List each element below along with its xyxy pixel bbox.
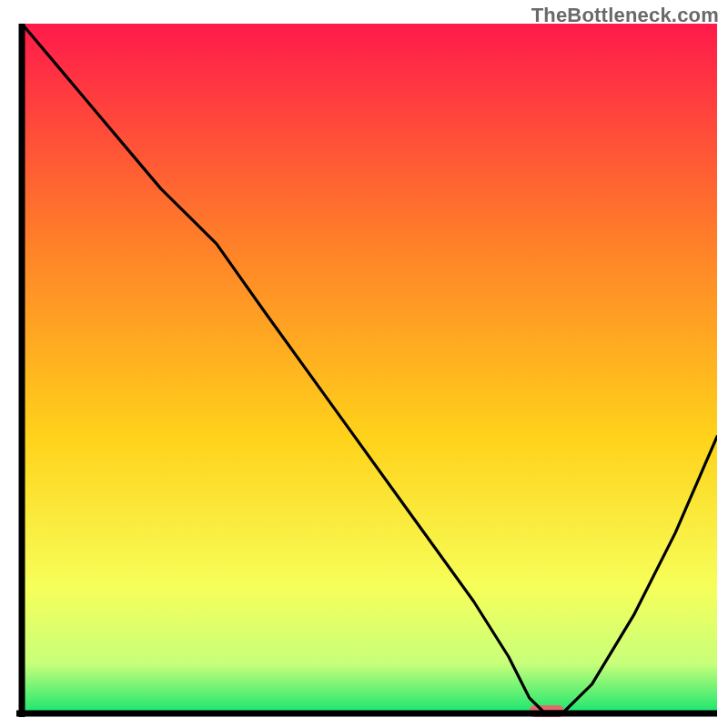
chart-container: TheBottleneck.com <box>0 0 728 728</box>
bottleneck-chart <box>16 24 717 717</box>
gradient-background <box>22 24 717 712</box>
plot-area <box>16 24 717 717</box>
